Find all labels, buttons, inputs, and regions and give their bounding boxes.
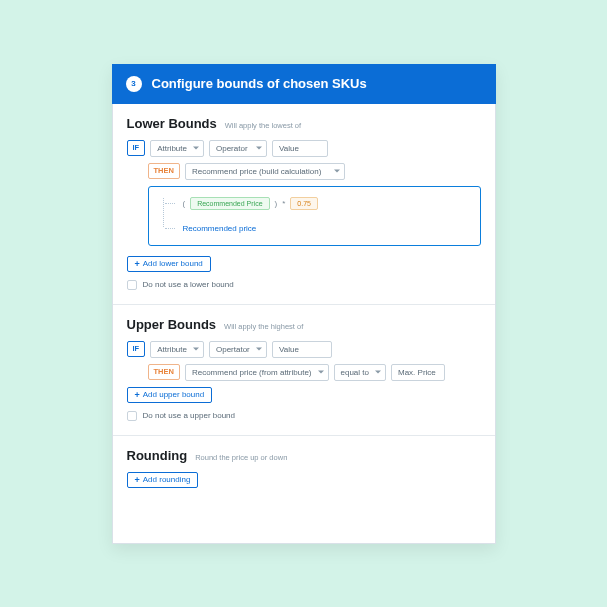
- button-label: Add rounding: [143, 476, 191, 484]
- upper-if-row: IF Attribute Opertator Value: [127, 341, 481, 358]
- input-placeholder: Max. Price: [398, 367, 436, 378]
- skip-lower-bound-option[interactable]: Do not use a lower bound: [127, 280, 481, 290]
- lower-bounds-subtitle: Will apply the lowest of: [225, 121, 301, 130]
- upper-attribute-select[interactable]: Attribute: [150, 341, 204, 358]
- close-paren: ): [275, 199, 278, 208]
- rounding-subtitle: Round the price up or down: [195, 453, 287, 462]
- if-chip: IF: [127, 341, 146, 357]
- select-label: Operator: [216, 143, 248, 154]
- card-title: Configure bounds of chosen SKUs: [152, 76, 367, 91]
- chevron-down-icon: [193, 147, 199, 150]
- upper-target-input[interactable]: Max. Price: [391, 364, 445, 381]
- multiplier-pill[interactable]: 0.75: [290, 197, 318, 210]
- skip-upper-bound-option[interactable]: Do not use a upper bound: [127, 411, 481, 421]
- add-upper-bound-button[interactable]: + Add upper bound: [127, 387, 213, 403]
- chevron-down-icon: [193, 348, 199, 351]
- chevron-down-icon: [256, 147, 262, 150]
- config-card: 3 Configure bounds of chosen SKUs Lower …: [112, 64, 496, 544]
- chevron-down-icon: [375, 371, 381, 374]
- calc-expression-row: ( Recommended Price ) * 0.75: [173, 197, 468, 210]
- add-rounding-button[interactable]: + Add rounding: [127, 472, 199, 488]
- input-placeholder: Value: [279, 344, 299, 355]
- button-label: Add lower bound: [143, 260, 203, 268]
- upper-compare-select[interactable]: equal to: [334, 364, 386, 381]
- rounding-section: Rounding Round the price up or down + Ad…: [113, 435, 495, 508]
- select-label: Attribute: [157, 143, 187, 154]
- chevron-down-icon: [256, 348, 262, 351]
- upper-recommend-select[interactable]: Recommend price (from attribute): [185, 364, 329, 381]
- recommended-price-link[interactable]: Recommended price: [183, 224, 257, 233]
- then-chip: THEN: [148, 364, 180, 380]
- upper-operator-select[interactable]: Opertator: [209, 341, 267, 358]
- select-label: Attribute: [157, 344, 187, 355]
- lower-then-row: THEN Recommend price (build calculation): [127, 163, 481, 180]
- checkbox[interactable]: [127, 280, 137, 290]
- recommended-price-pill[interactable]: Recommended Price: [190, 197, 269, 210]
- calculation-builder[interactable]: ( Recommended Price ) * 0.75 Recommended…: [148, 186, 481, 246]
- lower-attribute-select[interactable]: Attribute: [150, 140, 204, 157]
- chevron-down-icon: [334, 170, 340, 173]
- step-badge: 3: [126, 76, 142, 92]
- rounding-title: Rounding: [127, 448, 188, 463]
- lower-value-input[interactable]: Value: [272, 140, 328, 157]
- calc-result-row: Recommended price: [173, 224, 468, 233]
- if-chip: IF: [127, 140, 146, 156]
- select-label: Recommend price (build calculation): [192, 166, 321, 177]
- add-lower-bound-button[interactable]: + Add lower bound: [127, 256, 211, 272]
- upper-bounds-section: Upper Bounds Will apply the highest of I…: [113, 304, 495, 435]
- checkbox-label: Do not use a lower bound: [143, 280, 234, 289]
- upper-value-input[interactable]: Value: [272, 341, 332, 358]
- card-header: 3 Configure bounds of chosen SKUs: [112, 64, 496, 104]
- then-chip: THEN: [148, 163, 180, 179]
- upper-bounds-subtitle: Will apply the highest of: [224, 322, 303, 331]
- multiply-op: *: [282, 199, 285, 208]
- lower-operator-select[interactable]: Operator: [209, 140, 267, 157]
- input-placeholder: Value: [279, 143, 299, 154]
- select-label: Recommend price (from attribute): [192, 367, 312, 378]
- select-label: Opertator: [216, 344, 250, 355]
- lower-bounds-section: Lower Bounds Will apply the lowest of IF…: [113, 104, 495, 304]
- lower-recommend-select[interactable]: Recommend price (build calculation): [185, 163, 345, 180]
- lower-bounds-title: Lower Bounds: [127, 116, 217, 131]
- button-label: Add upper bound: [143, 391, 204, 399]
- lower-if-row: IF Attribute Operator Value: [127, 140, 481, 157]
- checkbox[interactable]: [127, 411, 137, 421]
- checkbox-label: Do not use a upper bound: [143, 411, 236, 420]
- card-body: Lower Bounds Will apply the lowest of IF…: [112, 104, 496, 544]
- select-label: equal to: [341, 367, 369, 378]
- upper-then-row: THEN Recommend price (from attribute) eq…: [127, 364, 481, 381]
- chevron-down-icon: [318, 371, 324, 374]
- open-paren: (: [183, 199, 186, 208]
- upper-bounds-title: Upper Bounds: [127, 317, 217, 332]
